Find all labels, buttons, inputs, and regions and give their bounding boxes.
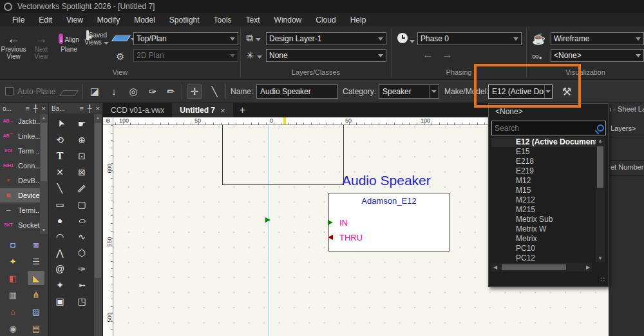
menu-item[interactable]: Cloud xyxy=(308,14,343,26)
palette-pin-icon[interactable]: ╀ xyxy=(33,104,38,113)
search-replace-mode-icon[interactable]: ◎ xyxy=(126,86,140,97)
menu-item[interactable]: File xyxy=(5,14,32,26)
truss-tool[interactable]: ☰ xyxy=(28,254,44,268)
insertion-mode-icon[interactable]: ◪ xyxy=(88,86,102,97)
model-option-metrix-w[interactable]: Metrix W xyxy=(491,224,597,234)
rack-tool[interactable]: ▥ xyxy=(5,288,21,302)
device-item-linke[interactable]: AB⌒ Linke... xyxy=(0,128,40,143)
projection-select[interactable]: Top/Plan xyxy=(133,32,238,45)
menu-item[interactable]: Help xyxy=(343,14,374,26)
menu-item[interactable]: Window xyxy=(267,14,309,26)
callout-tool[interactable]: ⊡ xyxy=(71,148,93,164)
tab-close-icon[interactable]: × xyxy=(220,106,225,115)
reshape-tool[interactable]: ◳ xyxy=(71,293,93,309)
device-item-socket[interactable]: SKT Socket xyxy=(0,217,40,232)
model-option-m215[interactable]: M215 xyxy=(491,205,597,215)
house-tool[interactable]: ⌂ xyxy=(5,304,21,319)
mirror-tool[interactable]: ▨ xyxy=(28,304,44,319)
tab-ccd-v01[interactable]: CCD v01-a.vwx xyxy=(103,103,172,117)
render-settings-icon[interactable]: ⚙ xyxy=(116,51,124,63)
video-screen-tool[interactable]: ◘ xyxy=(5,237,21,252)
device-item-jack[interactable]: AB→ Jackti... xyxy=(0,114,40,128)
lighting-device-tool[interactable]: ✦ xyxy=(5,254,21,268)
saved-views-button[interactable]: Saved Views xyxy=(82,32,111,46)
light-beam-tool[interactable]: ◣ xyxy=(28,271,44,285)
plane-mode-icon[interactable] xyxy=(61,89,77,98)
layers-icon[interactable]: ⧉ xyxy=(246,32,261,44)
new-tab-button[interactable]: + xyxy=(233,103,252,117)
scroll-right-icon[interactable]: ▶ xyxy=(584,263,592,272)
magic-wand-tool[interactable]: ✦ xyxy=(50,277,71,293)
connection-mode-icon[interactable]: ╲ xyxy=(207,86,222,97)
device-item-device[interactable]: ▤ Device xyxy=(0,188,40,203)
model-option-e218[interactable]: E218 xyxy=(491,157,597,166)
phase-select[interactable]: Phase 0 xyxy=(417,32,522,45)
oval-tool[interactable]: ○ xyxy=(66,212,98,228)
render-mode-select[interactable]: Wireframe xyxy=(551,32,644,45)
device-item-term[interactable]: I/OI Term ... xyxy=(0,143,40,158)
palette-close-icon[interactable]: × xyxy=(42,104,46,112)
model-option-e15[interactable]: E15 xyxy=(491,147,597,157)
menu-item[interactable]: Edit xyxy=(32,14,59,26)
device-item-conn[interactable]: H/H1 Conn... xyxy=(0,158,40,173)
model-option-metrix-sub[interactable]: Metrix Sub xyxy=(491,215,597,224)
model-option-e219[interactable]: E219 xyxy=(491,166,597,176)
device-insert-mode-icon[interactable]: ✛ xyxy=(187,84,202,99)
tab-untitled-7[interactable]: Untitled 7 × xyxy=(172,103,232,117)
classes-icon[interactable]: ✳ xyxy=(246,50,262,61)
model-option-m15[interactable]: M15 xyxy=(491,186,597,195)
polyline-tool[interactable]: ⋀ xyxy=(50,244,71,261)
text-tool[interactable]: T xyxy=(50,148,71,164)
resize-grip-icon[interactable]: ∷ xyxy=(600,275,605,284)
pickup-mode-icon[interactable]: ✑ xyxy=(146,86,160,97)
auto-plane-checkbox[interactable] xyxy=(5,87,14,95)
connector-tool[interactable]: ◙ xyxy=(28,237,44,252)
device-item-termi[interactable]: — Termi... xyxy=(0,203,40,217)
soft-goods-tool[interactable]: ◧ xyxy=(5,271,21,285)
phasing-clock-icon[interactable] xyxy=(397,33,415,45)
polygon-tool[interactable]: ⬡ xyxy=(71,244,93,261)
menu-item[interactable]: Tools xyxy=(207,14,239,26)
arc-tool[interactable]: ◠ xyxy=(50,228,71,244)
scroll-left-icon[interactable]: ◀ xyxy=(491,263,499,272)
menu-item[interactable]: Model xyxy=(127,14,162,26)
device-name-input[interactable] xyxy=(256,84,338,99)
camera-tool[interactable]: ◉ xyxy=(5,321,21,335)
palette-menu-icon[interactable]: ≡ xyxy=(80,104,84,112)
crate-tool[interactable]: ▤ xyxy=(28,321,44,335)
phase-back-button[interactable]: ← xyxy=(422,48,433,61)
active-layer-select[interactable]: Design Layer-1 xyxy=(266,32,386,45)
schematic-frame[interactable] xyxy=(222,125,344,185)
data-visualization-select[interactable]: <None> xyxy=(551,49,644,62)
category-select[interactable]: Speaker xyxy=(379,84,439,99)
menu-item[interactable]: Spotlight xyxy=(162,14,207,26)
menu-item[interactable]: View xyxy=(59,14,90,26)
render-mode-icon[interactable]: ☕ xyxy=(532,32,545,46)
scroll-down-icon[interactable]: ▼ xyxy=(596,255,605,262)
drop-in-mode-icon[interactable]: ↓ xyxy=(107,86,121,97)
model-option-pc10[interactable]: PC10 xyxy=(491,244,597,253)
align-plane-button[interactable]: ↓ Align Plane xyxy=(55,32,82,53)
zoom-tool[interactable]: ⊕ xyxy=(71,132,93,148)
phase-forward-button[interactable]: → xyxy=(442,48,453,61)
model-option-metrix[interactable]: Metrix xyxy=(491,234,597,244)
model-option-e12-active[interactable]: E12 (Active Document) xyxy=(491,137,597,147)
eyedropper-tool[interactable]: ✑ xyxy=(71,261,93,277)
device-list-scrollbar[interactable]: ▲ ▼ xyxy=(40,114,48,234)
model-search-input[interactable] xyxy=(492,124,597,133)
scroll-up-icon[interactable]: ▲ xyxy=(94,114,102,122)
lasso-tool[interactable]: ➳ xyxy=(71,277,93,293)
palette-menu-icon[interactable]: ≡ xyxy=(26,104,30,112)
menu-item[interactable]: Modify xyxy=(90,14,127,26)
model-option-pc12[interactable]: PC12 xyxy=(491,253,597,262)
scroll-down-icon[interactable]: ▼ xyxy=(40,226,48,234)
model-option-m212[interactable]: M212 xyxy=(491,195,597,205)
search-icon[interactable] xyxy=(597,124,604,132)
palette-close-icon[interactable]: × xyxy=(96,104,100,112)
pan-tool[interactable]: ☛ xyxy=(71,115,93,132)
scroll-up-icon[interactable]: ▲ xyxy=(40,114,48,122)
device-symbol[interactable]: Adamson_E12 IN THRU xyxy=(328,193,450,252)
device-item-devb[interactable]: ✕ DevB... xyxy=(0,173,40,188)
select-similar-tool[interactable]: ▣ xyxy=(50,293,71,309)
menu-item[interactable]: Text xyxy=(239,14,267,26)
